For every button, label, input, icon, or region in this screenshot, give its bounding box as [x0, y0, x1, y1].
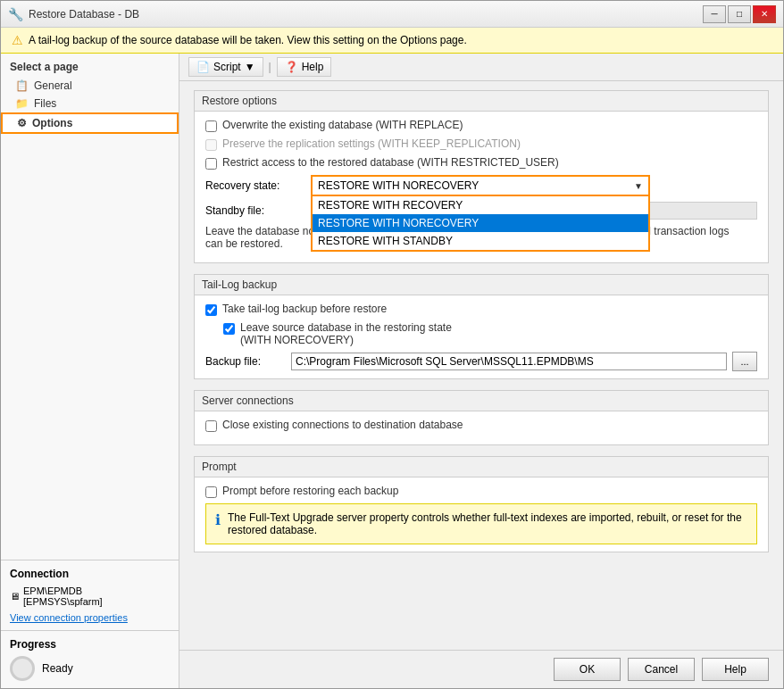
recovery-option-0[interactable]: RESTORE WITH RECOVERY	[313, 196, 648, 214]
standby-label: Standby file:	[205, 204, 304, 217]
recovery-dropdown[interactable]: RESTORE WITH NORECOVERY ▼	[311, 175, 650, 196]
recovery-dropdown-list: RESTORE WITH RECOVERY RESTORE WITH NOREC…	[311, 196, 650, 252]
prompt-checkbox-wrapper[interactable]: Prompt before restoring each backup	[205, 485, 398, 498]
minimize-button[interactable]: ─	[703, 5, 726, 23]
connection-section: Connection 🖥 EPM\EPMDB [EPMSYS\spfarm] V…	[1, 560, 179, 630]
progress-spinner	[10, 656, 35, 681]
help-dialog-button[interactable]: Help	[702, 658, 769, 681]
warning-bar: ⚠ A tail-log backup of the source databa…	[1, 28, 783, 54]
maximize-button[interactable]: □	[728, 5, 751, 23]
dropdown-arrow-icon: ▼	[634, 181, 643, 191]
options-icon: ⚙	[17, 117, 27, 129]
sidebar-item-options-label: Options	[32, 117, 72, 129]
tail-log-label: Tail-Log backup	[202, 278, 277, 291]
recovery-option-2[interactable]: RESTORE WITH STANDBY	[313, 232, 648, 250]
cancel-button[interactable]: Cancel	[628, 658, 695, 681]
toolbar: 📄 Script ▼ | ❓ Help	[179, 54, 783, 81]
restore-options-label: Restore options	[202, 95, 277, 107]
help-label: Help	[302, 61, 324, 73]
restore-options-section: Restore options Overwrite the existing d…	[194, 90, 769, 263]
ok-button[interactable]: OK	[554, 658, 621, 681]
connection-server: 🖥 EPM\EPMDB [EPMSYS\spfarm]	[10, 585, 170, 607]
progress-title: Progress	[10, 638, 170, 651]
help-button[interactable]: ❓ Help	[277, 57, 332, 77]
main-window: 🔧 Restore Database - DB ─ □ ✕ ⚠ A tail-l…	[0, 0, 784, 689]
title-bar-left: 🔧 Restore Database - DB	[8, 7, 139, 21]
sidebar-item-files[interactable]: 📁 Files	[1, 95, 179, 112]
recovery-option-1[interactable]: RESTORE WITH NORECOVERY	[313, 214, 648, 232]
overwrite-checkbox[interactable]	[205, 120, 217, 132]
progress-status: Ready	[10, 656, 170, 681]
script-icon: 📄	[196, 61, 210, 73]
sidebar-item-files-label: Files	[34, 97, 56, 110]
main-layout: Select a page 📋 General 📁 Files ⚙ Option…	[1, 54, 783, 688]
sidebar-section-title: Select a page	[1, 54, 179, 77]
warning-text: A tail-log backup of the source database…	[29, 34, 467, 46]
info-text: The Full-Text Upgrade server property co…	[228, 511, 747, 536]
close-connections-checkbox[interactable]	[205, 420, 217, 432]
recovery-dropdown-container: RESTORE WITH NORECOVERY ▼ RESTORE WITH R…	[311, 175, 650, 196]
sidebar: Select a page 📋 General 📁 Files ⚙ Option…	[1, 54, 179, 688]
server-connections-section: Server connections Close existing connec…	[194, 390, 769, 445]
title-bar-controls: ─ □ ✕	[703, 5, 776, 23]
restrict-label: Restrict access to the restored database…	[222, 156, 559, 169]
server-connections-label: Server connections	[202, 394, 294, 407]
prompt-section-label: Prompt	[202, 461, 237, 473]
recovery-row: Recovery state: RESTORE WITH NORECOVERY …	[205, 175, 757, 196]
server-name: EPM\EPMDB	[23, 585, 103, 596]
backup-file-input[interactable]	[291, 353, 727, 370]
leave-state-checkbox[interactable]	[223, 323, 235, 335]
app-icon: 🔧	[8, 7, 23, 21]
leave-state-wrapper[interactable]: Leave source database in the restoring s…	[223, 321, 452, 346]
window-title: Restore Database - DB	[29, 8, 139, 21]
sidebar-item-general[interactable]: 📋 General	[1, 77, 179, 95]
server-connections-body: Close existing connections to destinatio…	[195, 411, 768, 444]
prompt-row: Prompt before restoring each backup	[205, 485, 757, 498]
info-box: ℹ The Full-Text Upgrade server property …	[205, 503, 757, 544]
script-dropdown-icon: ▼	[245, 61, 255, 73]
warning-icon: ⚠	[12, 33, 23, 47]
prompt-section: Prompt Prompt before restoring each back…	[194, 456, 769, 552]
leave-state-label: Leave source database in the restoring s…	[240, 321, 452, 346]
take-backup-checkbox[interactable]	[205, 304, 217, 316]
restrict-checkbox-wrapper[interactable]: Restrict access to the restored database…	[205, 156, 559, 170]
take-backup-row: Take tail-log backup before restore	[205, 303, 757, 316]
close-button[interactable]: ✕	[753, 5, 776, 23]
script-label: Script	[213, 61, 241, 73]
backup-file-row: Backup file: ...	[205, 352, 757, 371]
leave-state-row: Leave source database in the restoring s…	[205, 321, 757, 346]
content-area: Restore options Overwrite the existing d…	[179, 81, 783, 650]
restore-options-body: Overwrite the existing database (WITH RE…	[195, 112, 768, 262]
info-icon: ℹ	[215, 511, 221, 528]
general-icon: 📋	[15, 79, 29, 92]
overwrite-checkbox-wrapper[interactable]: Overwrite the existing database (WITH RE…	[205, 119, 463, 132]
sidebar-item-options[interactable]: ⚙ Options	[1, 112, 179, 134]
take-backup-wrapper[interactable]: Take tail-log backup before restore	[205, 303, 387, 316]
prompt-checkbox[interactable]	[205, 486, 217, 498]
content-panel: 📄 Script ▼ | ❓ Help Restore options	[179, 54, 783, 688]
sidebar-item-general-label: General	[34, 79, 72, 92]
prompt-label: Prompt before restoring each backup	[222, 485, 398, 497]
view-connection-properties-link[interactable]: View connection properties	[10, 612, 170, 623]
help-icon: ❓	[285, 61, 298, 73]
preserve-row: Preserve the replication settings (WITH …	[205, 137, 757, 151]
browse-button[interactable]: ...	[732, 352, 757, 371]
progress-section: Progress Ready	[1, 630, 179, 688]
server-icon: 🖥	[10, 591, 20, 602]
take-backup-label: Take tail-log backup before restore	[222, 303, 387, 315]
tail-log-body: Take tail-log backup before restore Leav…	[195, 295, 768, 378]
sidebar-spacer	[1, 134, 179, 560]
restrict-checkbox[interactable]	[205, 158, 217, 170]
restrict-row: Restrict access to the restored database…	[205, 156, 757, 170]
close-connections-row: Close existing connections to destinatio…	[205, 419, 757, 432]
preserve-checkbox-wrapper: Preserve the replication settings (WITH …	[205, 137, 521, 151]
backup-file-label: Backup file:	[205, 355, 286, 368]
recovery-label: Recovery state:	[205, 179, 304, 192]
close-connections-wrapper[interactable]: Close existing connections to destinatio…	[205, 419, 463, 432]
content-inner: Restore options Overwrite the existing d…	[179, 81, 783, 650]
server-user: [EPMSYS\spfarm]	[23, 596, 103, 607]
toolbar-divider: |	[269, 61, 271, 73]
script-button[interactable]: 📄 Script ▼	[188, 57, 263, 77]
tail-log-section: Tail-Log backup Take tail-log backup bef…	[194, 274, 769, 379]
bottom-bar: OK Cancel Help	[179, 650, 783, 688]
